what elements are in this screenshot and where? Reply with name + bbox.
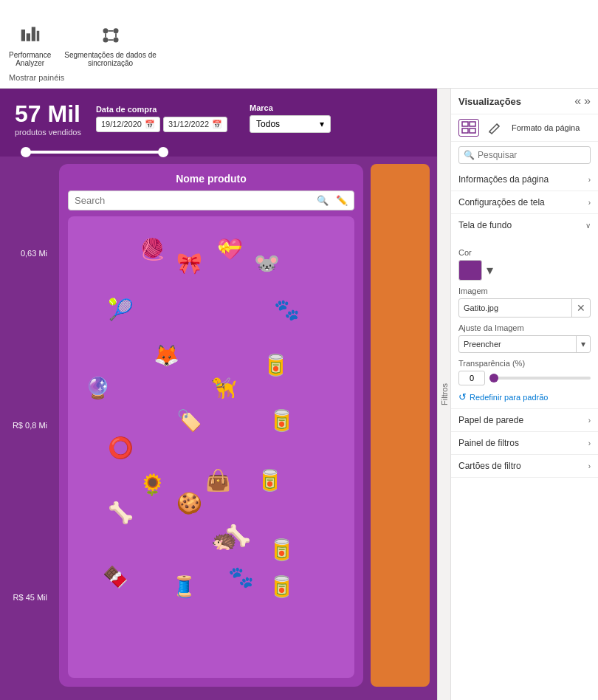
chevron-right-info-icon: › xyxy=(588,176,591,184)
right-side: Filtros Visualizações « » xyxy=(437,89,598,700)
left-num-1: 0,63 Mi xyxy=(7,249,52,258)
color-picker-row: ▾ xyxy=(458,260,591,281)
accordion-header-tela-fundo[interactable]: Tela de fundo ∨ xyxy=(451,214,598,236)
ajuste-value: Preencher xyxy=(459,337,576,351)
product-card-title: Nome produto xyxy=(68,173,354,185)
accordion-label-config-tela: Configurações de tela xyxy=(458,197,545,207)
date-filter-label: Data de compra xyxy=(96,105,227,114)
search-input[interactable] xyxy=(75,195,312,206)
reset-icon: ↺ xyxy=(458,391,467,402)
date-slider-row xyxy=(0,148,437,157)
viz-search[interactable]: 🔍 xyxy=(458,146,591,164)
slider-thumb-right[interactable] xyxy=(158,147,168,157)
tab-formato-grid[interactable] xyxy=(458,119,479,137)
canvas-panel: 57 Mil produtos vendidos Data de compra … xyxy=(0,89,437,700)
tab-formato-edit[interactable] xyxy=(484,119,504,137)
chevron-right-icon[interactable]: » xyxy=(584,95,591,108)
viz-header: Visualizações « » xyxy=(451,89,598,114)
calendar-icon-end: 📅 xyxy=(212,120,222,129)
pet-icon-dogfood5: 🥫 xyxy=(269,577,295,597)
brand-select-value: Todos xyxy=(256,119,280,129)
viz-panel: Visualizações « » xyxy=(450,89,598,700)
performance-label: Performance Analyzer xyxy=(9,51,51,67)
edit-icon[interactable]: ✏️ xyxy=(336,195,348,206)
chevron-right-config-icon: › xyxy=(588,199,591,207)
pet-icon-belt: 👜 xyxy=(205,470,231,491)
mostrar-paineis-link[interactable]: Mostrar painéis xyxy=(9,73,64,82)
svg-point-5 xyxy=(113,28,118,33)
search-bar[interactable]: 🔍 ✏️ xyxy=(68,191,354,210)
calendar-icon-start: 📅 xyxy=(145,120,155,129)
pet-icon-fox: 🦊 xyxy=(154,346,179,366)
accordion-label-info-pagina: Informações da página xyxy=(458,174,549,185)
viz-search-input[interactable] xyxy=(478,150,588,160)
brand-filter: Marca Todos ▾ xyxy=(250,103,331,133)
ajuste-dropdown[interactable]: Preencher ▾ xyxy=(458,335,591,353)
svg-point-4 xyxy=(103,28,108,33)
file-clear-button[interactable]: ✕ xyxy=(571,299,590,317)
accordion-header-cartoes-filtro[interactable]: Cartões de filtro › xyxy=(451,455,598,477)
pet-icon-dogfood1: 🥫 xyxy=(263,355,289,376)
brand-filter-label: Marca xyxy=(250,103,331,112)
date-filter: Data de compra 19/12/2020 📅 31/12/2022 📅 xyxy=(96,105,227,132)
search-icon[interactable]: 🔍 xyxy=(317,195,329,206)
date-end-input[interactable]: 31/12/2022 📅 xyxy=(163,117,227,132)
pet-icon-yarn: 🧶 xyxy=(140,239,165,260)
svg-rect-10 xyxy=(462,128,468,133)
accordion-header-info-pagina[interactable]: Informações da página › xyxy=(451,168,598,191)
pet-icon-dogfood4: 🥫 xyxy=(269,540,295,560)
pet-icon-mouse: 🐭 xyxy=(254,253,280,274)
ajuste-chevron-icon: ▾ xyxy=(576,336,590,352)
transparencia-slider-track[interactable] xyxy=(489,377,591,380)
filtros-strip[interactable]: Filtros xyxy=(437,89,450,700)
accordion-header-papel-parede[interactable]: Papel de parede › xyxy=(451,409,598,431)
accordion-label-cartoes-filtro: Cartões de filtro xyxy=(458,461,521,471)
pet-icon-hearts2: 💝 xyxy=(217,239,243,260)
segmentacao-label: Segmentações de dados de sincronização xyxy=(64,51,157,67)
chevron-right-painel-icon: › xyxy=(588,439,591,447)
viz-panel-title: Visualizações xyxy=(458,96,521,107)
date-start-input[interactable]: 19/12/2020 📅 xyxy=(96,117,160,132)
formato-label: Formato da página xyxy=(512,123,580,132)
cor-label: Cor xyxy=(458,248,591,257)
stat-block: 57 Mil produtos vendidos xyxy=(15,100,81,137)
brand-select-dropdown[interactable]: Todos ▾ xyxy=(250,115,331,133)
color-chevron-icon[interactable]: ▾ xyxy=(487,262,493,278)
toolbar-item-performance[interactable]: Performance Analyzer xyxy=(9,21,51,67)
transparencia-input[interactable] xyxy=(458,371,485,385)
date-slider-track[interactable] xyxy=(21,151,168,154)
transparencia-slider-thumb[interactable] xyxy=(489,374,498,382)
product-card: Nome produto 🔍 ✏️ 🎀 💝 🐭 🐾 🧶 🎾 xyxy=(59,164,363,687)
toolbar-item-segmentacao[interactable]: Segmentações de dados de sincronização xyxy=(64,21,157,67)
filtros-label: Filtros xyxy=(440,383,449,405)
chevron-left-icon[interactable]: « xyxy=(574,95,581,108)
tela-fundo-content: Cor ▾ Imagem Gatito.jpg ✕ Ajuste da Imag… xyxy=(451,236,598,408)
transparencia-label: Transparência (%) xyxy=(458,359,591,368)
pet-icon-bone: 🦴 xyxy=(108,503,134,524)
accordion-cartoes-filtro: Cartões de filtro › xyxy=(451,455,598,478)
svg-rect-9 xyxy=(470,122,475,126)
reset-button[interactable]: ↺ Redefinir para padrão xyxy=(458,391,591,402)
accordion-painel-filtros: Painel de filtros › xyxy=(451,432,598,455)
orange-bar-chart xyxy=(371,164,430,687)
pet-icon-collar: 🔮 xyxy=(85,378,111,399)
chevron-right-cartoes-icon: › xyxy=(588,462,591,470)
svg-rect-8 xyxy=(462,122,468,126)
slider-thumb-left[interactable] xyxy=(21,147,31,157)
product-image-area: 🎀 💝 🐭 🐾 🧶 🎾 🦊 🦮 🥫 🥫 🔮 ⭕ 🏷️ 🌻 xyxy=(68,216,354,678)
date-end-value: 31/12/2022 xyxy=(168,120,209,128)
svg-rect-2 xyxy=(31,27,35,41)
performance-icon xyxy=(17,21,44,48)
color-swatch[interactable] xyxy=(458,260,482,281)
accordion-header-painel-filtros[interactable]: Painel de filtros › xyxy=(451,432,598,454)
pet-icon-cookie: 🍪 xyxy=(176,493,202,514)
pet-icons-container: 🎀 💝 🐭 🐾 🧶 🎾 🦊 🦮 🥫 🥫 🔮 ⭕ 🏷️ 🌻 xyxy=(68,216,354,678)
ajuste-label: Ajuste da Imagem xyxy=(458,323,591,332)
accordion-header-config-tela[interactable]: Configurações de tela › xyxy=(451,191,598,213)
date-row: 19/12/2020 📅 31/12/2022 📅 xyxy=(96,117,227,132)
accordion-papel-parede: Papel de parede › xyxy=(451,409,598,432)
pet-icon-hearts: 🎀 xyxy=(176,253,202,274)
pet-icon-treat: 🍫 xyxy=(103,567,128,588)
viz-arrows[interactable]: « » xyxy=(574,95,591,108)
accordion-label-painel-filtros: Painel de filtros xyxy=(458,438,519,448)
